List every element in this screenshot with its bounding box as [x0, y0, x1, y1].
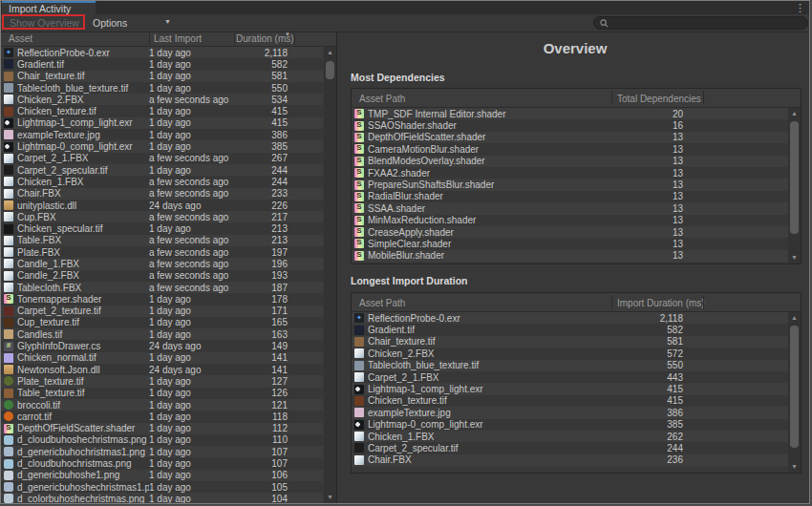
table-row[interactable]: Chicken_texture.tif 1 day ago 415 [1, 105, 323, 116]
asset-icon [4, 200, 13, 210]
table-row[interactable]: d_genericbuhochristmas1.png 1 day ago 10… [1, 446, 323, 457]
table-row[interactable]: broccoli.tif 1 day ago 121 [1, 399, 323, 411]
table-row[interactable]: exampleTexture.jpg 1 day ago 386 [1, 129, 323, 140]
table-row[interactable]: Lightmap-0_comp_light.exr 1 day ago 385 [1, 140, 323, 152]
table-row[interactable]: d_cloudbuhochristmas.png 1 day ago 107 [1, 457, 323, 469]
table-row[interactable]: Chair.FBX a few seconds ago 233 [1, 188, 323, 200]
table-row[interactable]: ReflectionProbe-0.exr 2,118 [352, 312, 789, 324]
window-menu-icon[interactable]: ⋮ [795, 1, 805, 14]
table-row[interactable]: Chicken_1.FBX 262 [352, 431, 789, 442]
scroll-up-icon[interactable]: ▲ [788, 312, 801, 324]
table-row[interactable]: Tonemapper.shader 1 day ago 178 [1, 293, 323, 305]
table-row[interactable]: PrepareSunShaftsBlur.shader 13 [352, 179, 789, 190]
table-row[interactable]: Plate.FBX a few seconds ago 197 [1, 246, 323, 258]
table-row[interactable]: DepthOfFieldScatter.shader 1 day ago 112 [1, 423, 323, 434]
scrollbar-thumb[interactable] [790, 121, 799, 234]
table-row[interactable]: Cup.FBX a few seconds ago 217 [1, 211, 323, 222]
table-row[interactable]: Chicken_2.FBX a few seconds ago 534 [1, 94, 323, 105]
scrollbar-thumb[interactable] [790, 326, 799, 448]
table-row[interactable]: unityplastic.dll 24 days ago 226 [1, 200, 323, 211]
scroll-down-icon[interactable]: ▼ [788, 252, 801, 264]
table-row[interactable]: d_genericbuhoshe1.png 1 day ago 106 [1, 470, 323, 481]
table-row[interactable]: FXAA2.shader 13 [352, 167, 789, 179]
asset-name: Plate_texture.tif [17, 376, 149, 387]
column-header-asset-path[interactable]: Asset Path [359, 94, 405, 104]
table-row[interactable]: Chicken_texture.tif 415 [352, 395, 789, 407]
table-row[interactable]: Gradient.tif 582 [352, 324, 789, 335]
asset-path: Chicken_1.FBX [368, 432, 607, 442]
table-row[interactable]: d_colorbuhoshechristmas.png 1 day ago 10… [1, 493, 323, 503]
scroll-up-icon[interactable]: ▲ [788, 108, 801, 119]
table-row[interactable]: Candle_1.FBX a few seconds ago 196 [1, 258, 323, 269]
table-row[interactable]: Carpet_2_1.FBX a few seconds ago 267 [1, 153, 323, 164]
asset-path: Chicken_2.FBX [368, 348, 607, 359]
table-row[interactable]: Tablecloth_blue_texture.tif 550 [352, 360, 789, 371]
table-row[interactable]: BlendModesOverlay.shader 13 [352, 156, 789, 167]
column-header-total-dependencies[interactable]: Total Dependencies [617, 94, 701, 104]
scroll-down-icon[interactable]: ▼ [788, 461, 801, 473]
section-label-longest-import: Longest Import Duration [351, 275, 468, 286]
asset-icon [4, 482, 13, 492]
table-row[interactable]: Plate_texture.tif 1 day ago 127 [1, 375, 323, 387]
table-row[interactable]: DepthOfFieldScatter.shader 13 [352, 132, 789, 143]
table-row[interactable]: exampleTexture.jpg 386 [352, 407, 789, 418]
table-row[interactable]: SSAOShader.shader 16 [352, 119, 789, 131]
table-row[interactable]: d_cloudbuhoshechristmas.png 1 day ago 11… [1, 434, 323, 446]
table-row[interactable]: SSAA.shader 13 [352, 202, 789, 214]
table-row[interactable]: CreaseApply.shader 13 [352, 226, 789, 238]
table-row[interactable]: Chicken_2.FBX 572 [352, 348, 789, 359]
table-row[interactable]: Chair.FBX 236 [352, 454, 789, 466]
table-row[interactable]: Chicken_1.FBX a few seconds ago 244 [1, 176, 323, 187]
table-row[interactable]: Table.FBX a few seconds ago 213 [1, 235, 323, 246]
tab-import-activity[interactable]: Import Activity [2, 1, 96, 14]
scroll-up-icon[interactable]: ▲ [324, 47, 336, 58]
options-dropdown-button[interactable]: Options [93, 17, 127, 29]
scrollbar-thumb[interactable] [326, 61, 334, 79]
table-row[interactable]: SimpleClear.shader 13 [352, 238, 789, 249]
table-row[interactable]: GlyphInfoDrawer.cs 24 days ago 149 [1, 340, 323, 351]
table-row[interactable]: Carpet_2_specular.tif 244 [352, 442, 789, 453]
table-row[interactable]: Lightmap-0_comp_light.exr 385 [352, 419, 789, 431]
table-scrollbar[interactable]: ▲ ▼ [788, 108, 801, 264]
table-row[interactable]: Carpet_2_texture.tif 1 day ago 171 [1, 306, 323, 317]
table-row[interactable]: MinMaxReduction.shader 13 [352, 215, 789, 226]
import-duration: 105 [235, 482, 290, 493]
table-row[interactable]: RadialBlur.shader 13 [352, 191, 789, 202]
table-row[interactable]: Candle_2.FBX a few seconds ago 193 [1, 270, 323, 282]
search-input[interactable] [611, 17, 802, 29]
table-row[interactable]: d_genericbuhoshechristmas1.pn 1 day ago … [1, 481, 323, 493]
table-row[interactable]: Carpet_2_specular.tif 1 day ago 244 [1, 164, 323, 176]
table-row[interactable]: Tablecloth_blue_texture.tif 1 day ago 55… [1, 82, 323, 94]
asset-icon [4, 294, 13, 304]
table-row[interactable]: MobileBlur.shader 13 [352, 250, 789, 262]
column-header-asset-path[interactable]: Asset Path [359, 298, 405, 308]
table-row[interactable]: Chair_texture.tif 581 [352, 336, 789, 348]
table-row[interactable]: Candles.tif 1 day ago 163 [1, 328, 323, 340]
table-row[interactable]: Tablecloth.FBX a few seconds ago 187 [1, 282, 323, 293]
import-duration: 178 [235, 294, 290, 305]
table-row[interactable]: Chicken_specular.tif 1 day ago 213 [1, 222, 323, 234]
table-scrollbar[interactable]: ▲ ▼ [788, 312, 801, 473]
search-box[interactable] [593, 16, 808, 30]
table-row[interactable]: CameraMotionBlur.shader 13 [352, 143, 789, 155]
column-header-import-duration[interactable]: Import Duration (ms) [617, 298, 705, 308]
table-row[interactable]: Cup_texture.tif 1 day ago 165 [1, 317, 323, 328]
table-row[interactable]: Lightmap-1_comp_light.exr 1 day ago 415 [1, 117, 323, 129]
table-row[interactable]: Table_texture.tif 1 day ago 126 [1, 388, 323, 399]
scroll-down-icon[interactable]: ▼ [324, 492, 336, 503]
table-row[interactable]: Chicken_normal.tif 1 day ago 141 [1, 352, 323, 364]
table-row[interactable]: Carpet_2_1.FBX 443 [352, 371, 789, 383]
table-row[interactable]: Lightmap-1_comp_light.exr 415 [352, 383, 789, 394]
table-row[interactable]: Newtonsoft.Json.dll 24 days ago 141 [1, 364, 323, 375]
column-header-last-import[interactable]: Last Import [154, 33, 202, 44]
table-row[interactable]: carrot.tif 1 day ago 118 [1, 411, 323, 422]
import-duration-value: 385 [607, 419, 683, 430]
table-row[interactable]: ReflectionProbe-0.exr 1 day ago 2,118 [1, 47, 323, 58]
column-header-asset[interactable]: Asset [9, 33, 32, 44]
table-row[interactable]: Gradient.tif 1 day ago 582 [1, 58, 323, 70]
left-scrollbar[interactable]: ▲ ▼ [324, 47, 336, 503]
table-row[interactable]: Chair_texture.tif 1 day ago 581 [1, 71, 323, 82]
table-row[interactable]: TMP_SDF Internal Editor.shader 20 [352, 108, 789, 119]
show-overview-button[interactable]: Show Overview [10, 17, 79, 29]
last-import-time: 1 day ago [149, 48, 235, 58]
